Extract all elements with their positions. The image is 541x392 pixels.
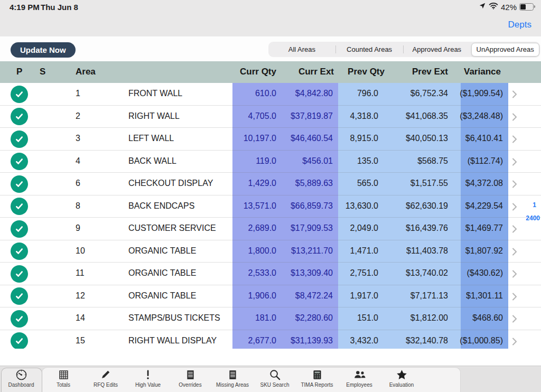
area-name: RIGHT WALL DISPLAY xyxy=(128,336,217,346)
header-curr-ext: Curr Ext xyxy=(283,67,334,77)
curr-ext-value: $37,819.87 xyxy=(275,111,333,121)
calculator-icon xyxy=(312,368,323,381)
segment-all-areas[interactable]: All Areas xyxy=(268,42,335,57)
chevron-right-icon[interactable] xyxy=(512,157,517,169)
prev-ext-value: $568.75 xyxy=(383,156,448,166)
curr-qty-value: 2,689.0 xyxy=(227,223,276,233)
table-row[interactable]: 14 STAMPS/BUS TICKETS 181.0 $2,280.60 15… xyxy=(0,307,541,330)
table-body: 1 FRONT WALL 610.0 $4,842.80 796.0 $6,75… xyxy=(0,83,541,349)
curr-ext-value: $8,472.24 xyxy=(275,291,333,301)
table-row[interactable]: 1 FRONT WALL 610.0 $4,842.80 796.0 $6,75… xyxy=(0,83,541,106)
variance-value: $4,372.08 xyxy=(453,179,503,188)
prev-qty-value: 3,432.0 xyxy=(333,336,378,346)
area-name: CHECKOUT DISPLAY xyxy=(128,179,213,188)
curr-ext-value: $13,211.70 xyxy=(275,246,333,256)
table-row[interactable]: 11 ORGANIC TABLE 2,533.0 $13,309.40 2,75… xyxy=(0,263,541,285)
approved-check-icon xyxy=(11,332,28,349)
tab-label: Employees xyxy=(346,382,372,388)
prev-qty-value: 8,915.0 xyxy=(333,134,378,143)
tab-dashboard[interactable]: Dashboard xyxy=(0,368,42,392)
table-row[interactable]: 10 ORGANIC TABLE 1,800.0 $13,211.70 1,47… xyxy=(0,240,541,263)
curr-qty-value: 181.0 xyxy=(227,313,276,323)
tab-employees[interactable]: Employees xyxy=(338,368,380,392)
grid-icon xyxy=(58,368,69,381)
people-icon xyxy=(353,368,366,381)
prev-qty-value: 796.0 xyxy=(333,89,378,98)
prev-ext-value: $16,439.76 xyxy=(383,223,448,233)
approved-check-icon xyxy=(11,287,28,305)
tab-missing-areas[interactable]: Missing Areas xyxy=(211,368,254,392)
chevron-right-icon[interactable] xyxy=(512,202,517,213)
tab-label: High Value xyxy=(135,382,161,388)
segment-unapproved-areas[interactable]: UnApproved Areas xyxy=(471,43,539,57)
chevron-right-icon[interactable] xyxy=(512,225,517,236)
area-number: 4 xyxy=(76,156,80,166)
depts-link[interactable]: Depts xyxy=(508,20,531,30)
search-icon xyxy=(269,368,281,381)
area-number: 14 xyxy=(76,313,85,323)
header-area: Area xyxy=(76,67,96,77)
prev-ext-value: $32,140.78 xyxy=(383,336,448,346)
scroll-indicator-bottom: 2400 xyxy=(526,214,540,222)
status-time: 4:19 PM xyxy=(10,3,40,12)
area-number: 8 xyxy=(76,201,80,211)
chevron-right-icon[interactable] xyxy=(512,135,517,146)
prev-ext-value: $40,050.13 xyxy=(383,134,448,143)
update-now-button[interactable]: Update Now xyxy=(11,42,76,58)
table-row[interactable]: 3 LEFT WALL 10,197.0 $46,460.54 8,915.0 … xyxy=(0,128,541,151)
table-row[interactable]: 6 CHECKOUT DISPLAY 1,429.0 $5,889.63 565… xyxy=(0,173,541,195)
table-row[interactable]: 9 CUSTOMER SERVICE 2,689.0 $17,909.53 2,… xyxy=(0,218,541,240)
area-number: 11 xyxy=(76,268,85,278)
document-lines-icon xyxy=(185,368,196,381)
area-name: BACK ENDCAPS xyxy=(128,201,194,211)
chevron-right-icon[interactable] xyxy=(512,292,517,303)
tab-rfq-edits[interactable]: RFQ Edits xyxy=(85,368,127,392)
curr-ext-value: $13,309.40 xyxy=(275,268,333,278)
variance-value: $1,807.92 xyxy=(453,246,503,256)
variance-value: $6,410.41 xyxy=(453,134,503,143)
prev-ext-value: $41,068.35 xyxy=(383,111,448,121)
area-name: BACK WALL xyxy=(128,156,176,166)
chevron-right-icon[interactable] xyxy=(512,113,517,124)
header-s: S xyxy=(40,67,45,77)
area-number: 9 xyxy=(76,223,80,233)
curr-ext-value: $4,842.80 xyxy=(275,89,333,98)
tab-sku-search[interactable]: SKU Search xyxy=(254,368,296,392)
tab-label: RFQ Edits xyxy=(94,382,118,388)
chevron-right-icon[interactable] xyxy=(512,337,517,348)
curr-ext-value: $46,460.54 xyxy=(275,134,333,143)
chevron-right-icon[interactable] xyxy=(512,247,517,258)
prev-ext-value: $13,740.02 xyxy=(383,268,448,278)
variance-value: ($112.74) xyxy=(453,156,503,166)
table-row[interactable]: 12 ORGANIC TABLE 1,906.0 $8,472.24 1,917… xyxy=(0,285,541,308)
tab-evaluation[interactable]: Evaluation xyxy=(380,368,423,392)
chevron-right-icon[interactable] xyxy=(512,269,517,281)
tab-label: Dashboard xyxy=(8,382,34,388)
tab-overrides[interactable]: Overrides xyxy=(169,368,211,392)
segment-counted-areas[interactable]: Counted Areas xyxy=(336,42,403,57)
approved-check-icon xyxy=(11,220,28,238)
table-row[interactable]: 2 RIGHT WALL 4,705.0 $37,819.87 4,318.0 … xyxy=(0,106,541,128)
approved-check-icon xyxy=(11,198,28,215)
table-row[interactable]: 15 RIGHT WALL DISPLAY 2,677.0 $31,139.93… xyxy=(0,330,541,349)
prev-ext-value: $11,403.78 xyxy=(383,246,448,256)
pencil-icon xyxy=(100,368,111,381)
exclamation-icon xyxy=(142,368,154,381)
area-name: LEFT WALL xyxy=(128,134,174,143)
status-right-cluster: 42% xyxy=(479,2,534,12)
tab-tima-reports[interactable]: TIMA Reports xyxy=(296,368,338,392)
chevron-right-icon[interactable] xyxy=(512,90,517,101)
table-row[interactable]: 4 BACK WALL 119.0 $456.01 135.0 $568.75 … xyxy=(0,151,541,173)
chevron-right-icon[interactable] xyxy=(512,180,517,191)
curr-ext-value: $17,909.53 xyxy=(275,223,333,233)
tab-label: SKU Search xyxy=(260,382,289,388)
status-date: Thu Jun 8 xyxy=(41,3,78,12)
segment-approved-areas[interactable]: Approved Areas xyxy=(404,42,471,57)
table-row[interactable]: 8 BACK ENDCAPS 13,571.0 $66,859.73 13,63… xyxy=(0,195,541,218)
tab-totals[interactable]: Totals xyxy=(42,368,85,392)
area-filter-segmented-control: All AreasCounted AreasApproved AreasUnAp… xyxy=(268,42,540,57)
chevron-right-icon[interactable] xyxy=(512,314,517,325)
approved-check-icon xyxy=(11,242,28,260)
table-header: P S Area Curr Qty Curr Ext Prev Qty Prev… xyxy=(0,61,541,83)
tab-high-value[interactable]: High Value xyxy=(127,368,169,392)
